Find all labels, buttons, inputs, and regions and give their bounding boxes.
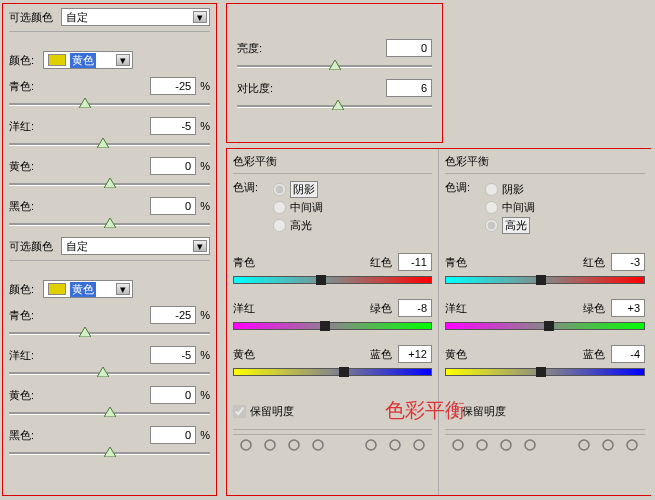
- tone-label-left: 色调:: [233, 180, 273, 234]
- annotation-text: 色彩平衡: [385, 397, 465, 424]
- reset-icon[interactable]: [388, 438, 402, 452]
- sc2-black-label: 黑色:: [9, 428, 69, 443]
- ring-icon[interactable]: [451, 438, 465, 452]
- cb-iconbar-right: [445, 434, 645, 454]
- chevron-down-icon: ▾: [193, 240, 207, 252]
- sc1-magenta-input[interactable]: -5: [150, 117, 196, 135]
- tone-midtones-left[interactable]: 中间调: [273, 198, 323, 216]
- cb-left-yb-input[interactable]: +12: [398, 345, 432, 363]
- sc2-magenta-input[interactable]: -5: [150, 346, 196, 364]
- link-icon[interactable]: [499, 438, 513, 452]
- sc1-cyan-slider[interactable]: [9, 98, 210, 110]
- svg-point-17: [453, 440, 463, 450]
- cb-right-yb-right-label: 蓝色: [583, 347, 605, 362]
- link-icon[interactable]: [287, 438, 301, 452]
- cb-left-cr-left-label: 青色: [233, 255, 255, 270]
- sc2-yellow-slider[interactable]: [9, 407, 210, 419]
- brightness-slider[interactable]: [237, 60, 432, 72]
- cb-left-yb-slider[interactable]: [233, 366, 432, 378]
- svg-point-18: [477, 440, 487, 450]
- cb-iconbar-left: [233, 434, 432, 454]
- svg-point-23: [627, 440, 637, 450]
- cb-title-right: 色彩平衡: [445, 154, 489, 169]
- adjust-icon[interactable]: [263, 438, 277, 452]
- clip-icon[interactable]: [364, 438, 378, 452]
- cb-right-yb-input[interactable]: -4: [611, 345, 645, 363]
- contrast-label: 对比度:: [237, 81, 317, 96]
- svg-marker-9: [332, 100, 344, 110]
- tone-midtones-right[interactable]: 中间调: [485, 198, 535, 216]
- cb-left-cr-slider[interactable]: [233, 274, 432, 286]
- svg-marker-0: [79, 98, 91, 108]
- sc2-yellow-input[interactable]: 0: [150, 386, 196, 404]
- tone-shadows-left[interactable]: 阴影: [273, 180, 323, 198]
- sc2-cyan-slider[interactable]: [9, 327, 210, 339]
- svg-point-22: [603, 440, 613, 450]
- trash-icon[interactable]: [412, 438, 426, 452]
- chevron-down-icon: ▾: [116, 283, 130, 295]
- contrast-input[interactable]: 6: [386, 79, 432, 97]
- percent-label: %: [200, 80, 210, 92]
- svg-marker-3: [104, 218, 116, 228]
- sc2-black-input[interactable]: 0: [150, 426, 196, 444]
- sc1-cyan-label: 青色:: [9, 79, 69, 94]
- cb-right-mg-input[interactable]: +3: [611, 299, 645, 317]
- sc2-magenta-label: 洋红:: [9, 348, 69, 363]
- tone-highlights-right[interactable]: 高光: [485, 216, 535, 234]
- brightness-input[interactable]: 0: [386, 39, 432, 57]
- preset-dropdown-1[interactable]: 自定 ▾: [61, 8, 210, 26]
- selective-color-panel: 可选颜色 自定 ▾ 颜色: 黄色 ▾ 青色:-25%洋红:-5%黄色:0%黑色:…: [2, 3, 217, 496]
- eye-icon[interactable]: [523, 438, 537, 452]
- sc1-black-slider[interactable]: [9, 218, 210, 230]
- ring-icon[interactable]: [239, 438, 253, 452]
- percent-label: %: [200, 160, 210, 172]
- sc2-black-slider[interactable]: [9, 447, 210, 459]
- percent-label: %: [200, 429, 210, 441]
- color-balance-right: 色彩平衡色调:阴影中间调高光青色红色-3洋红绿色+3黄色蓝色-4保留明度: [439, 149, 651, 495]
- sc2-cyan-label: 青色:: [9, 308, 69, 323]
- cb-left-cr-input[interactable]: -11: [398, 253, 432, 271]
- trash-icon[interactable]: [625, 438, 639, 452]
- sc1-yellow-label: 黄色:: [9, 159, 69, 174]
- eye-icon[interactable]: [311, 438, 325, 452]
- tone-shadows-right[interactable]: 阴影: [485, 180, 535, 198]
- clip-icon[interactable]: [577, 438, 591, 452]
- svg-marker-7: [104, 447, 116, 457]
- sc2-magenta-slider[interactable]: [9, 367, 210, 379]
- svg-marker-4: [79, 327, 91, 337]
- adjust-icon[interactable]: [475, 438, 489, 452]
- cb-left-yb-left-label: 黄色: [233, 347, 255, 362]
- sc1-magenta-label: 洋红:: [9, 119, 69, 134]
- cb-right-yb-left-label: 黄色: [445, 347, 467, 362]
- cb-right-cr-slider[interactable]: [445, 274, 645, 286]
- preset-value-2: 自定: [66, 239, 88, 254]
- contrast-slider[interactable]: [237, 100, 432, 112]
- reset-icon[interactable]: [601, 438, 615, 452]
- sc1-yellow-input[interactable]: 0: [150, 157, 196, 175]
- color-dropdown-1[interactable]: 黄色 ▾: [43, 51, 133, 69]
- tone-highlights-left[interactable]: 高光: [273, 216, 323, 234]
- sc2-cyan-input[interactable]: -25: [150, 306, 196, 324]
- cb-right-mg-slider[interactable]: [445, 320, 645, 332]
- sc1-black-label: 黑色:: [9, 199, 69, 214]
- sc1-yellow-slider[interactable]: [9, 178, 210, 190]
- svg-point-21: [579, 440, 589, 450]
- color-name-2: 黄色: [70, 282, 96, 297]
- sc1-black-input[interactable]: 0: [150, 197, 196, 215]
- percent-label: %: [200, 349, 210, 361]
- preserve-lum-right[interactable]: 保留明度: [445, 404, 645, 419]
- color-balance-left: 色彩平衡色调:阴影中间调高光青色红色-11洋红绿色-8黄色蓝色+12保留明度: [227, 149, 439, 495]
- cb-right-yb-slider[interactable]: [445, 366, 645, 378]
- color-dropdown-2[interactable]: 黄色 ▾: [43, 280, 133, 298]
- sc1-cyan-input[interactable]: -25: [150, 77, 196, 95]
- sc1-magenta-slider[interactable]: [9, 138, 210, 150]
- cb-left-mg-slider[interactable]: [233, 320, 432, 332]
- cb-right-cr-input[interactable]: -3: [611, 253, 645, 271]
- svg-point-15: [390, 440, 400, 450]
- cb-left-mg-left-label: 洋红: [233, 301, 255, 316]
- cb-left-mg-input[interactable]: -8: [398, 299, 432, 317]
- preset-dropdown-2[interactable]: 自定 ▾: [61, 237, 210, 255]
- brightness-label: 亮度:: [237, 41, 317, 56]
- svg-marker-8: [329, 60, 341, 70]
- svg-point-11: [265, 440, 275, 450]
